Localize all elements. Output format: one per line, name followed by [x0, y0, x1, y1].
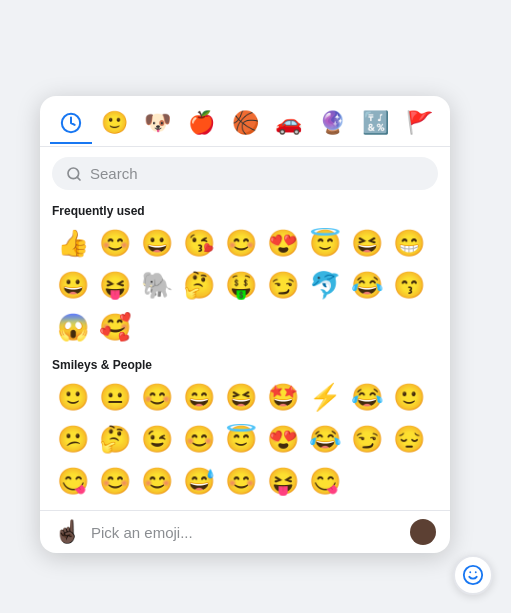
- pick-icon: ☝🏿: [54, 519, 81, 545]
- emoji-s21[interactable]: 😊: [136, 460, 178, 502]
- emoji-kissing[interactable]: 😙: [388, 264, 430, 306]
- emoji-s8[interactable]: 😂: [346, 376, 388, 418]
- emoji-s13[interactable]: 😊: [178, 418, 220, 460]
- emoji-happy[interactable]: 😀: [52, 264, 94, 306]
- floating-emoji-button[interactable]: [453, 555, 493, 595]
- emoji-s24[interactable]: 😝: [262, 460, 304, 502]
- emoji-s3[interactable]: 😊: [136, 376, 178, 418]
- search-icon: [66, 166, 82, 182]
- emoji-s20[interactable]: 😊: [94, 460, 136, 502]
- emoji-s18[interactable]: 😔: [388, 418, 430, 460]
- emoji-s6[interactable]: 🤩: [262, 376, 304, 418]
- emoji-content: Frequently used 👍 😊 😀 😘 😊 😍 😇 😆 😁 😀 😝 🐘 …: [40, 198, 450, 506]
- emoji-s9[interactable]: 🙂: [388, 376, 430, 418]
- emoji-wink[interactable]: 😏: [262, 264, 304, 306]
- tab-activities[interactable]: 🏀: [224, 102, 266, 146]
- svg-line-2: [77, 177, 80, 180]
- bottom-bar: ☝🏿 Pick an emoji...: [40, 510, 450, 553]
- emoji-thumbsup[interactable]: 👍: [52, 222, 94, 264]
- emoji-lovestruck[interactable]: 🥰: [94, 306, 136, 348]
- emoji-halo[interactable]: 😇: [304, 222, 346, 264]
- emoji-s14[interactable]: 😇: [220, 418, 262, 460]
- tab-flags[interactable]: 🚩: [399, 102, 441, 146]
- emoji-s16[interactable]: 😂: [304, 418, 346, 460]
- tab-animals[interactable]: 🐶: [137, 102, 179, 146]
- emoji-s7[interactable]: ⚡: [304, 376, 346, 418]
- emoji-s19[interactable]: 😋: [52, 460, 94, 502]
- emoji-tongue[interactable]: 😝: [94, 264, 136, 306]
- emoji-thinking[interactable]: 🤔: [178, 264, 220, 306]
- emoji-blush[interactable]: 😊: [220, 222, 262, 264]
- category-tabs: 🙂 🐶 🍎 🏀 🚗 🔮 🔣 🚩: [40, 96, 450, 147]
- emoji-s12[interactable]: 😉: [136, 418, 178, 460]
- emoji-picker: 🙂 🐶 🍎 🏀 🚗 🔮 🔣 🚩 Frequently used 👍 😊 😀 😘 …: [40, 96, 450, 553]
- emoji-beam[interactable]: 😁: [388, 222, 430, 264]
- tab-symbols[interactable]: 🔣: [355, 102, 397, 146]
- emoji-laugh[interactable]: 😆: [346, 222, 388, 264]
- emoji-s2[interactable]: 😐: [94, 376, 136, 418]
- emoji-s23[interactable]: 😊: [220, 460, 262, 502]
- emoji-s10[interactable]: 😕: [52, 418, 94, 460]
- tab-travel[interactable]: 🚗: [268, 102, 310, 146]
- emoji-s17[interactable]: 😏: [346, 418, 388, 460]
- section-smileys: Smileys & People: [52, 352, 438, 376]
- section-frequently-used: Frequently used: [52, 198, 438, 222]
- emoji-fearful[interactable]: 😱: [52, 306, 94, 348]
- emoji-hearteyes[interactable]: 😍: [262, 222, 304, 264]
- emoji-dolphin[interactable]: 🐬: [304, 264, 346, 306]
- search-input[interactable]: [90, 165, 424, 182]
- emoji-s11[interactable]: 🤔: [94, 418, 136, 460]
- emoji-grin[interactable]: 😀: [136, 222, 178, 264]
- emoji-s5[interactable]: 😆: [220, 376, 262, 418]
- tab-smileys[interactable]: 🙂: [94, 102, 136, 146]
- emoji-s25[interactable]: 😋: [304, 460, 346, 502]
- emoji-elephant[interactable]: 🐘: [136, 264, 178, 306]
- emoji-s1[interactable]: 🙂: [52, 376, 94, 418]
- emoji-smile[interactable]: 😊: [94, 222, 136, 264]
- search-bar: [52, 157, 438, 190]
- emoji-s15[interactable]: 😍: [262, 418, 304, 460]
- tab-recent[interactable]: [50, 104, 92, 144]
- svg-point-3: [464, 566, 482, 584]
- emoji-kiss[interactable]: 😘: [178, 222, 220, 264]
- smileys-grid: 🙂 😐 😊 😄 😆 🤩 ⚡ 😂 🙂 😕 🤔 😉 😊 😇 😍 😂 😏 😔 😋 😊 …: [52, 376, 438, 502]
- tab-objects[interactable]: 🔮: [311, 102, 353, 146]
- frequently-used-grid: 👍 😊 😀 😘 😊 😍 😇 😆 😁 😀 😝 🐘 🤔 🤑 😏 🐬 😂 😙 😱 🥰: [52, 222, 438, 348]
- emoji-s22[interactable]: 😅: [178, 460, 220, 502]
- pick-placeholder: Pick an emoji...: [91, 524, 400, 541]
- emoji-s4[interactable]: 😄: [178, 376, 220, 418]
- emoji-moneymouth[interactable]: 🤑: [220, 264, 262, 306]
- emoji-joy[interactable]: 😂: [346, 264, 388, 306]
- skin-tone-selector[interactable]: [410, 519, 436, 545]
- tab-food[interactable]: 🍎: [181, 102, 223, 146]
